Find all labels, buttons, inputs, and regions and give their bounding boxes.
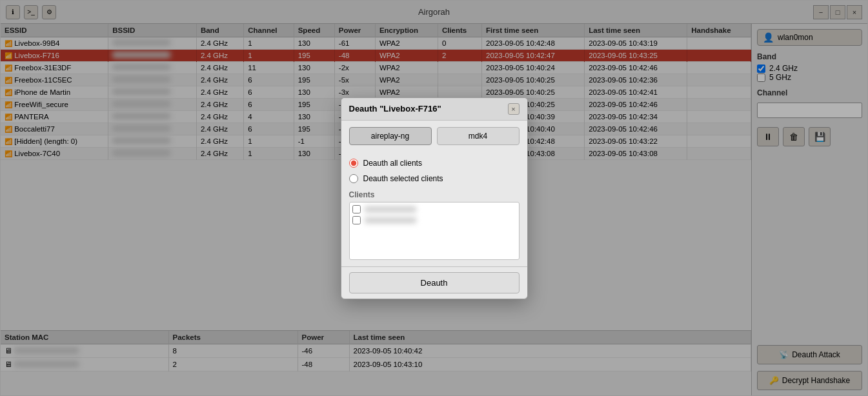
- modal-overlay[interactable]: Deauth "Livebox-F716" × aireplay-ng mdk4…: [1, 1, 867, 395]
- deauth-selected-label: Deauth selected clients: [363, 174, 443, 183]
- modal-header: Deauth "Livebox-F716" ×: [341, 98, 527, 121]
- modal-tools: aireplay-ng mdk4: [341, 121, 527, 150]
- modal-close-button[interactable]: ×: [508, 103, 520, 115]
- client-2-checkbox[interactable]: [352, 216, 361, 224]
- clients-section-label: Clients: [349, 190, 520, 199]
- aireplay-ng-button[interactable]: aireplay-ng: [349, 127, 432, 145]
- deauth-selected-radio[interactable]: [349, 174, 358, 183]
- main-window: ℹ >_ ⚙ Airgorah − □ × ESSID BSSID Band: [0, 0, 868, 396]
- client-item-2: [352, 216, 516, 224]
- client-1-mac: [365, 206, 416, 212]
- deauth-all-row: Deauth all clients: [349, 155, 520, 171]
- client-2-mac: [365, 217, 416, 223]
- deauth-modal: Deauth "Livebox-F716" × aireplay-ng mdk4…: [341, 97, 528, 299]
- mdk4-button[interactable]: mdk4: [437, 127, 520, 145]
- deauth-confirm-button[interactable]: Deauth: [349, 272, 520, 293]
- deauth-selected-row: Deauth selected clients: [349, 171, 520, 186]
- deauth-all-label: Deauth all clients: [363, 159, 422, 168]
- clients-list-area: [349, 202, 520, 260]
- modal-footer: Deauth: [341, 266, 527, 299]
- client-item-1: [352, 205, 516, 213]
- modal-title: Deauth "Livebox-F716": [349, 104, 441, 114]
- modal-body: Deauth all clients Deauth selected clien…: [341, 150, 527, 266]
- deauth-all-radio[interactable]: [349, 159, 358, 168]
- client-1-checkbox[interactable]: [352, 205, 361, 213]
